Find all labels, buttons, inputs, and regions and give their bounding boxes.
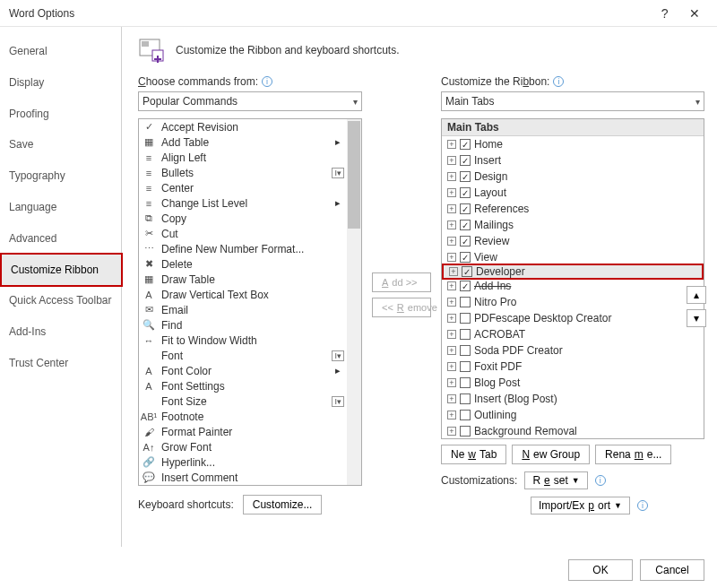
tab-row-layout[interactable]: +✓Layout — [442, 185, 704, 201]
tab-row-design[interactable]: +✓Design — [442, 169, 704, 185]
tab-row-add-ins[interactable]: +✓Add-Ins — [442, 278, 704, 294]
tab-row-soda-pdf-creator[interactable]: +Soda PDF Creator — [442, 342, 704, 359]
expand-icon[interactable]: + — [447, 314, 456, 323]
new-tab-button[interactable]: New Tab — [441, 445, 506, 464]
command-item[interactable]: ✂Cut — [139, 226, 347, 241]
expand-icon[interactable]: + — [447, 253, 456, 262]
scrollbar[interactable] — [347, 119, 361, 485]
tab-checkbox[interactable]: ✓ — [460, 252, 471, 263]
customize-shortcuts-button[interactable]: Customize... — [243, 495, 323, 514]
tab-checkbox[interactable] — [460, 377, 471, 388]
tab-checkbox[interactable]: ✓ — [460, 236, 471, 246]
command-item[interactable]: ↔Fit to Window Width — [139, 333, 347, 348]
expand-icon[interactable]: + — [447, 427, 456, 436]
command-item[interactable]: A↑Grow Font — [139, 439, 347, 454]
tab-row-review[interactable]: +✓Review — [442, 233, 704, 249]
expand-icon[interactable]: + — [449, 267, 458, 276]
tab-checkbox[interactable] — [460, 345, 471, 356]
command-item[interactable]: ✓Accept Revision — [139, 119, 347, 134]
tab-checkbox[interactable] — [460, 410, 471, 420]
expand-icon[interactable]: + — [447, 394, 456, 403]
tab-row-home[interactable]: +✓Home — [442, 136, 704, 152]
tab-row-mailings[interactable]: +✓Mailings — [442, 217, 704, 233]
command-item[interactable]: ≡Align Left — [139, 150, 347, 165]
add-button[interactable]: Add >> — [372, 272, 431, 292]
command-item[interactable]: ADraw Vertical Text Box — [139, 287, 347, 302]
sidebar-item-save[interactable]: Save — [0, 129, 121, 160]
command-item[interactable]: ▦Draw Table — [139, 272, 347, 287]
expand-icon[interactable]: + — [447, 411, 456, 419]
tab-checkbox[interactable]: ✓ — [460, 203, 471, 214]
tab-checkbox[interactable]: ✓ — [462, 266, 472, 277]
tab-checkbox[interactable] — [460, 297, 471, 307]
tab-row-background-removal[interactable]: +Background Removal — [442, 423, 704, 439]
expand-icon[interactable]: + — [447, 156, 456, 165]
tab-row-nitro-pro[interactable]: +Nitro Pro — [442, 294, 704, 310]
command-item[interactable]: ⋯Define New Number Format... — [139, 241, 347, 256]
command-item[interactable]: 🔍Find — [139, 317, 347, 333]
command-item[interactable]: ✖Delete — [139, 256, 347, 272]
command-item[interactable]: ✉Email — [139, 302, 347, 317]
expand-icon[interactable]: + — [447, 140, 456, 149]
tab-checkbox[interactable] — [460, 361, 471, 372]
tab-checkbox[interactable]: ✓ — [460, 139, 471, 150]
sidebar-item-trust-center[interactable]: Trust Center — [0, 348, 121, 379]
sidebar-item-quick-access-toolbar[interactable]: Quick Access Toolbar — [0, 285, 121, 316]
new-group-button[interactable]: New Group — [512, 445, 590, 464]
sidebar-item-proofing[interactable]: Proofing — [0, 99, 121, 130]
tab-row-outlining[interactable]: +Outlining — [442, 407, 704, 423]
tab-row-references[interactable]: +✓References — [442, 201, 704, 217]
sidebar-item-general[interactable]: General — [0, 36, 121, 67]
ribbon-tabs-tree[interactable]: Main Tabs +✓Home+✓Insert+✓Design+✓Layout… — [441, 118, 704, 439]
expand-icon[interactable]: + — [447, 188, 456, 197]
move-down-button[interactable]: ▾ — [687, 309, 706, 327]
command-item[interactable]: ⤢Insert Page Section Breaks▸ — [139, 485, 347, 486]
sidebar-item-language[interactable]: Language — [0, 192, 121, 223]
info-icon[interactable]: i — [262, 76, 272, 87]
tab-checkbox[interactable] — [460, 426, 471, 437]
commands-listbox[interactable]: ✓Accept Revision▦Add Table▸≡Align Left≡B… — [138, 118, 362, 486]
customize-ribbon-dropdown[interactable]: Main Tabs▾ — [441, 91, 704, 111]
command-item[interactable]: Font SizeI▾ — [139, 393, 347, 409]
ok-button[interactable]: OK — [568, 559, 633, 581]
expand-icon[interactable]: + — [447, 378, 456, 387]
import-export-button[interactable]: Import/Export ▼ — [531, 497, 630, 514]
command-item[interactable]: FontI▾ — [139, 348, 347, 363]
sidebar-item-customize-ribbon[interactable]: Customize Ribbon — [0, 253, 123, 288]
tab-row-pdfescape-desktop-creator[interactable]: +PDFescape Desktop Creator — [442, 310, 704, 326]
expand-icon[interactable]: + — [447, 346, 456, 355]
tab-checkbox[interactable]: ✓ — [460, 220, 471, 230]
close-icon[interactable]: ✕ — [681, 6, 708, 21]
tab-checkbox[interactable]: ✓ — [460, 155, 471, 166]
command-item[interactable]: AFont Color▸ — [139, 363, 347, 378]
command-item[interactable]: ≡Center — [139, 180, 347, 195]
command-item[interactable]: ▦Add Table▸ — [139, 134, 347, 150]
tab-checkbox[interactable]: ✓ — [460, 171, 471, 182]
tab-checkbox[interactable] — [460, 393, 471, 404]
rename-button[interactable]: Rename... — [595, 445, 671, 464]
expand-icon[interactable]: + — [447, 220, 456, 229]
command-item[interactable]: ≡BulletsI▾ — [139, 165, 347, 180]
expand-icon[interactable]: + — [447, 330, 456, 339]
info-icon[interactable]: i — [637, 500, 648, 511]
command-item[interactable]: ⧉Copy — [139, 211, 347, 226]
command-item[interactable]: AFont Settings — [139, 378, 347, 393]
sidebar-item-advanced[interactable]: Advanced — [0, 223, 121, 255]
tab-row-foxit-pdf[interactable]: +Foxit PDF — [442, 359, 704, 375]
tab-row-blog-post[interactable]: +Blog Post — [442, 375, 704, 391]
tab-checkbox[interactable] — [460, 313, 471, 324]
command-item[interactable]: 🖌Format Painter — [139, 424, 347, 439]
expand-icon[interactable]: + — [447, 204, 456, 213]
tab-checkbox[interactable]: ✓ — [460, 187, 471, 198]
reset-button[interactable]: Reset ▼ — [524, 471, 587, 489]
expand-icon[interactable]: + — [447, 281, 456, 290]
sidebar-item-typography[interactable]: Typography — [0, 160, 121, 192]
info-icon[interactable]: i — [595, 475, 606, 486]
expand-icon[interactable]: + — [447, 172, 456, 181]
expand-icon[interactable]: + — [447, 237, 456, 246]
command-item[interactable]: AB¹Footnote — [139, 409, 347, 424]
move-up-button[interactable]: ▴ — [687, 286, 706, 304]
choose-commands-dropdown[interactable]: Popular Commands▾ — [138, 91, 362, 111]
remove-button[interactable]: << Remove — [372, 298, 431, 317]
command-item[interactable]: ≡Change List Level▸ — [139, 195, 347, 211]
